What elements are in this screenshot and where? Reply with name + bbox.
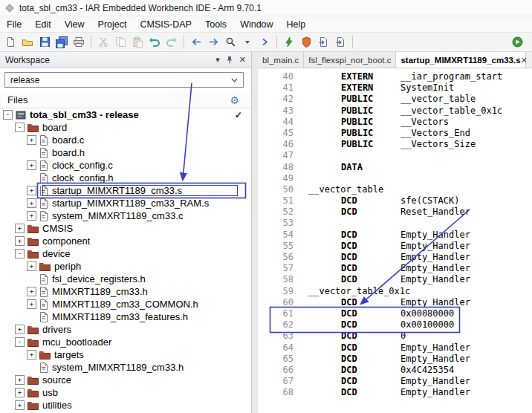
tab-bl-main-c[interactable]: bl_main.c xyxy=(258,52,304,68)
tree-item-mimxrt1189-cm33-features-h[interactable]: MIMXRT1189_cm33_features.h xyxy=(0,310,251,323)
search-icon[interactable] xyxy=(222,34,239,51)
asm-directive: DCD xyxy=(341,263,357,274)
code-line: 56DCDEmpty_Handler xyxy=(258,252,532,263)
line-number: 46 xyxy=(258,139,302,150)
save-icon[interactable] xyxy=(36,34,53,51)
asm-directive: DCD xyxy=(341,195,357,206)
redo-icon[interactable] xyxy=(163,34,180,51)
expand-icon[interactable]: + xyxy=(15,325,25,334)
navigate-forward-icon[interactable] xyxy=(205,34,221,51)
tree-item-fsl-device-registers-h[interactable]: fsl_device_registers.h xyxy=(0,273,251,285)
code-line: 50__vector_table xyxy=(258,184,532,195)
tree-item-mimxrt1189-cm33-h[interactable]: +MIMXRT1189_cm33.h xyxy=(0,285,251,298)
tree-item-component[interactable]: +component xyxy=(0,235,251,247)
expand-icon[interactable]: + xyxy=(27,198,36,208)
open-source-file-icon[interactable] xyxy=(332,34,348,51)
gear-icon[interactable]: ⚙ xyxy=(230,95,239,105)
search-options-icon[interactable] xyxy=(239,34,256,51)
collapse-icon[interactable]: - xyxy=(15,123,25,132)
tree-item-system-mimxrt1189-cm33-c[interactable]: +system_MIMXRT1189_cm33.c xyxy=(0,209,251,222)
tree-item-drivers[interactable]: +drivers xyxy=(0,323,251,336)
asm-operand: Empty_Handler xyxy=(400,387,470,398)
menu-item-help[interactable]: Help xyxy=(280,16,313,32)
expand-icon[interactable]: + xyxy=(15,400,25,410)
tree-item-startup-mimxrt1189-cm33-s[interactable]: +startup_MIMXRT1189_cm33.s xyxy=(0,184,251,197)
new-document-icon[interactable] xyxy=(2,34,19,51)
tab-startup-mimxrt1189-cm33-s[interactable]: startup_MIMXRT1189_cm33.s xyxy=(396,52,525,68)
menu-item-cmsis-dap[interactable]: CMSIS-DAP xyxy=(133,16,198,32)
tree-item-source[interactable]: +source xyxy=(0,374,251,386)
collapse-icon[interactable]: - xyxy=(15,249,25,258)
line-number: 44 xyxy=(258,117,302,128)
code-editor[interactable]: 40EXTERN__iar_program_start41EXTERNSyste… xyxy=(258,68,532,413)
debug-without-downloading-icon[interactable] xyxy=(298,34,314,51)
expand-icon[interactable]: + xyxy=(27,261,36,271)
tree-item-clock-config-c[interactable]: +clock_config.c xyxy=(0,159,251,172)
open-file-icon[interactable] xyxy=(19,34,36,51)
pin-icon[interactable] xyxy=(226,56,233,64)
menu-item-view[interactable]: View xyxy=(58,16,91,32)
collapse-icon[interactable]: - xyxy=(3,110,13,120)
undo-icon[interactable] xyxy=(146,34,163,51)
expand-icon[interactable]: + xyxy=(27,135,36,145)
folder-icon xyxy=(27,375,39,385)
tree-item-board[interactable]: -board xyxy=(0,121,251,134)
tree-item-tota-sbl-cm33-release[interactable]: -tota_sbl_cm33 - release✓ xyxy=(0,108,251,121)
code-line: 40EXTERN__iar_program_start xyxy=(258,71,532,82)
menu-item-window[interactable]: Window xyxy=(233,16,279,32)
expand-icon[interactable]: + xyxy=(15,375,25,385)
menu-item-file[interactable]: File xyxy=(0,16,28,32)
expand-icon[interactable]: + xyxy=(15,236,25,246)
expand-icon[interactable]: + xyxy=(27,160,36,170)
collapse-icon[interactable]: - xyxy=(15,337,25,347)
tree-item-usb[interactable]: +usb xyxy=(0,386,251,399)
menu-item-edit[interactable]: Edit xyxy=(28,16,58,32)
folder-icon xyxy=(27,337,39,347)
tree-item-device[interactable]: -device xyxy=(0,247,251,260)
tree-item-startup-mimxrt1189-cm33-ram-s[interactable]: +startup_MIMXRT1189_cm33_RAM.s xyxy=(0,197,251,209)
save-all-icon[interactable] xyxy=(53,34,70,51)
expand-icon[interactable]: + xyxy=(15,388,25,397)
file-icon xyxy=(39,312,48,322)
close-icon[interactable]: ✕ xyxy=(239,56,246,64)
panel-menu-caret-icon[interactable]: ▾ xyxy=(215,56,220,64)
tree-item-targets[interactable]: +targets xyxy=(0,348,251,361)
download-and-debug-icon[interactable] xyxy=(281,34,297,51)
expand-icon[interactable]: + xyxy=(27,186,36,195)
tree-item-label: MIMXRT1189_cm33_COMMON.h xyxy=(52,299,198,310)
tree-item-label: periph xyxy=(54,261,81,272)
tree-item-clock-config-h[interactable]: clock_config.h xyxy=(0,172,251,184)
cut-icon[interactable] xyxy=(95,34,111,51)
tree-item-system-mimxrt1189-cm33-h[interactable]: system_MIMXRT1189_cm33.h xyxy=(0,361,251,374)
find-next-icon[interactable] xyxy=(256,34,273,51)
tree-item-board-c[interactable]: +board.c xyxy=(0,134,251,146)
expand-icon[interactable]: + xyxy=(27,299,36,309)
tree-item-utilities[interactable]: +utilities xyxy=(0,399,251,412)
print-icon[interactable] xyxy=(71,34,87,51)
close-tab-icon[interactable]: ✕ xyxy=(519,55,530,66)
expand-icon[interactable]: + xyxy=(15,224,25,233)
code-line: 49 xyxy=(258,173,532,184)
tree-item-mimxrt1189-cm33-common-h[interactable]: +MIMXRT1189_cm33_COMMON.h xyxy=(0,298,251,310)
tab-fsl-flexspi-nor-boot-c[interactable]: fsl_flexspi_nor_boot.c xyxy=(304,52,396,68)
tree-item-board-h[interactable]: board.h xyxy=(0,146,251,159)
menu-item-project[interactable]: Project xyxy=(91,16,134,32)
expand-icon[interactable]: + xyxy=(27,211,36,221)
open-header-file-icon[interactable] xyxy=(315,34,331,51)
tree-item-cmsis[interactable]: +CMSIS xyxy=(0,222,251,235)
navigate-backward-icon[interactable] xyxy=(188,34,204,51)
expand-icon[interactable]: + xyxy=(27,287,36,296)
panel-splitter[interactable] xyxy=(252,52,258,413)
expand-icon[interactable]: + xyxy=(27,350,36,360)
asm-directive: DCD xyxy=(341,387,357,398)
code-line: 54DCDEmpty_Handler xyxy=(258,230,532,241)
paste-icon[interactable] xyxy=(129,34,146,51)
tree-item-periph[interactable]: +periph xyxy=(0,260,251,273)
menu-item-tools[interactable]: Tools xyxy=(198,16,233,32)
code-line: 44PUBLIC__Vectors xyxy=(258,117,532,128)
tree-item-label: board xyxy=(42,122,67,133)
start-debug-icon[interactable] xyxy=(509,34,525,51)
build-config-select[interactable]: release xyxy=(4,72,244,88)
tree-item-mcu-bootloader[interactable]: -mcu_bootloader xyxy=(0,336,251,348)
copy-icon[interactable] xyxy=(112,34,129,51)
